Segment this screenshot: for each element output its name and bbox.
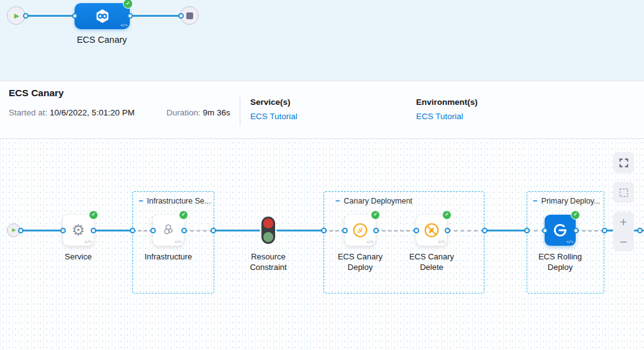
step-node-ecs-rolling-deploy[interactable]: ✓ </> [545, 215, 576, 246]
success-icon: ✓ [571, 210, 580, 220]
edge-line [213, 230, 260, 231]
collapse-icon[interactable]: − [335, 198, 340, 204]
connector-point [181, 228, 187, 233]
group-label: Primary Deploy... [542, 197, 601, 205]
execution-graph-canvas[interactable]: − Infrastructure Se... − Canary Deployme… [0, 140, 644, 350]
connector-point [414, 228, 419, 233]
edge-line [130, 15, 181, 17]
marquee-select-icon [619, 188, 628, 197]
group-label: Canary Deployment [344, 197, 412, 205]
code-badge: </> [438, 240, 445, 245]
connector-point [524, 228, 530, 233]
connector-point [18, 228, 24, 233]
play-icon: ▶ [11, 228, 16, 233]
execution-details-bar: ECS Canary Started at: 10/6/2022, 5:01:2… [0, 82, 644, 139]
code-badge: </> [175, 240, 181, 245]
connector-point [130, 228, 135, 233]
environments-link[interactable]: ECS Tutorial [416, 112, 463, 121]
resource-constraint-node[interactable] [261, 217, 275, 244]
started-at: Started at: 10/6/2022, 5:01:20 PM [9, 108, 135, 117]
success-icon: ✓ [179, 210, 188, 220]
stage-graph-panel: ▶ ✓ </> ECS Canary [0, 0, 644, 81]
zoom-out-button[interactable]: − [613, 231, 634, 251]
connector-point [72, 13, 78, 19]
group-label: Infrastructure Se... [147, 197, 211, 205]
play-icon: ▶ [13, 12, 19, 19]
divider [240, 97, 240, 126]
connector-point [150, 228, 156, 233]
step-node-infrastructure[interactable]: ✓ </> [153, 215, 184, 246]
zoom-in-button[interactable]: + [613, 212, 634, 231]
canary-deploy-icon [352, 222, 368, 238]
environments-label: Environment(s) [416, 97, 478, 107]
edge-line [93, 230, 132, 231]
code-badge: </> [566, 240, 573, 245]
step-label: Service [48, 251, 108, 262]
connector-point [23, 13, 29, 19]
duration: Duration: 9m 36s [166, 108, 230, 117]
connector-point [321, 228, 327, 233]
connector-point [91, 228, 96, 233]
connector-point [60, 228, 66, 233]
hexagons-icon [161, 223, 176, 238]
success-icon: ✓ [89, 210, 98, 220]
connector-point [573, 228, 579, 233]
step-node-ecs-canary-delete[interactable]: ✓ </> [416, 215, 447, 246]
zoom-controls: + − [613, 212, 634, 251]
edge-line [25, 15, 75, 17]
step-node-service[interactable]: ⚙ ✓ </> [63, 215, 94, 246]
fullscreen-icon [619, 158, 628, 168]
rolling-deploy-icon [552, 222, 568, 238]
collapse-icon[interactable]: − [533, 198, 538, 204]
code-badge: </> [120, 23, 127, 28]
connector-point [542, 228, 548, 233]
success-icon: ✓ [442, 210, 451, 220]
connector-point [127, 13, 133, 19]
code-badge: </> [366, 240, 373, 245]
step-label: ECS Canary Delete [404, 251, 459, 272]
step-label: ECS Rolling Deploy [533, 251, 587, 272]
collapse-icon[interactable]: − [138, 198, 143, 204]
connector-point [178, 13, 184, 19]
stage-label: ECS Canary [65, 35, 139, 45]
edge-line [484, 230, 527, 231]
step-label: ECS Canary Deploy [333, 251, 388, 272]
connector-point [373, 228, 379, 233]
duration-value: 9m 36s [203, 108, 230, 117]
connector-point [637, 228, 643, 233]
step-label: Resource Constraint [240, 251, 296, 272]
services-label: Service(s) [250, 97, 291, 107]
group-header: − Canary Deployment [335, 197, 412, 205]
group-header: − Primary Deploy... [533, 197, 601, 205]
group-header: − Infrastructure Se... [138, 197, 211, 205]
connector-point [482, 228, 488, 233]
step-node-ecs-canary-deploy[interactable]: ✓ </> [345, 215, 376, 246]
execution-title: ECS Canary [9, 88, 64, 99]
fullscreen-button[interactable] [613, 152, 634, 173]
stage-node-ecs-canary[interactable]: ✓ </> [75, 3, 130, 29]
connector-point [445, 228, 450, 233]
edge-line [276, 230, 324, 231]
traffic-green-icon [263, 232, 273, 242]
code-badge: </> [84, 240, 91, 245]
marquee-select-button[interactable] [613, 182, 634, 203]
pipeline-execution-screen: ▶ ✓ </> ECS Canary ECS Canary Started at… [0, 0, 644, 350]
services-link[interactable]: ECS Tutorial [250, 112, 297, 121]
success-icon: ✓ [123, 0, 133, 9]
edge-line [20, 230, 63, 231]
connector-point [211, 228, 216, 233]
stop-icon [186, 12, 193, 19]
canary-delete-icon [424, 222, 440, 238]
traffic-red-icon [263, 218, 273, 228]
gear-icon: ⚙ [71, 223, 85, 238]
connector-point [602, 228, 607, 233]
harness-stage-icon [94, 7, 111, 25]
step-label: Infrastructure [138, 251, 198, 262]
connector-point [342, 228, 348, 233]
success-icon: ✓ [371, 210, 380, 220]
started-at-value: 10/6/2022, 5:01:20 PM [50, 108, 135, 117]
